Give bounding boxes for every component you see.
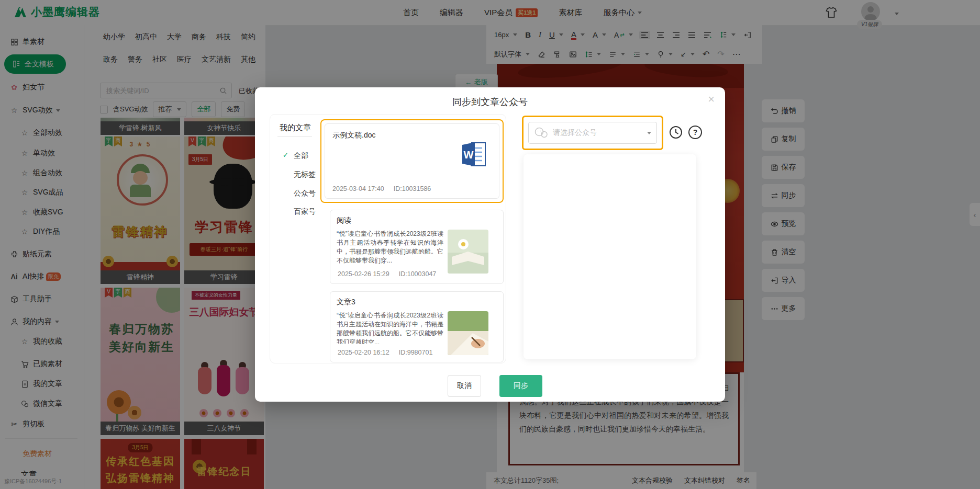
svg-text:W: W	[464, 149, 474, 161]
article-title: 阅读	[337, 216, 497, 225]
article-id: ID:10003047	[399, 270, 437, 278]
account-select-dropdown[interactable]: 请选择公众号	[528, 122, 657, 144]
tab-untagged[interactable]: 无标签	[294, 170, 316, 179]
close-icon[interactable]: ×	[708, 93, 715, 106]
cancel-button[interactable]: 取消	[448, 375, 481, 397]
article-picker-panel: 我的文章 ✓ 全部 无标签 公众号 百家号 示例文稿.doc W 2025-03…	[270, 114, 506, 363]
article-item[interactable]: 文章3 “悦”读启童心书香润成长2023级2班读书月主题活动在知识的海洋中，书籍…	[330, 291, 504, 362]
article-item[interactable]: 阅读 “悦”读启童心书香润成长2023级2班读书月主题活动春季转学在知识的海洋中…	[330, 210, 504, 284]
article-date: 2025-03-04 17:40	[332, 185, 384, 192]
article-item-selected[interactable]: 示例文稿.doc W 2025-03-04 17:40 ID:10031586	[320, 119, 504, 203]
sync-confirm-button[interactable]: 同步	[499, 375, 542, 397]
article-excerpt: “悦”读启童心书香润成长2023级2班读书月主题活动春季转学在知识的海洋中，书籍…	[337, 230, 443, 265]
article-title: 文章3	[337, 298, 497, 307]
help-icon[interactable]: ?	[688, 126, 702, 139]
check-icon: ✓	[283, 151, 288, 159]
account-select-highlight: 请选择公众号	[522, 116, 663, 150]
article-date: 2025-02-26 15:29	[338, 270, 389, 278]
tab-official-account[interactable]: 公众号	[294, 189, 316, 198]
account-result-panel	[524, 154, 696, 359]
article-date: 2025-02-20 16:12	[338, 349, 389, 356]
article-excerpt: “悦”读启童心书香润成长2023级2班读书月主题活动在知识的海洋中，书籍是那艘带…	[337, 311, 443, 344]
my-articles-heading: 我的文章	[280, 123, 311, 133]
article-thumbnail	[448, 311, 488, 355]
sync-modal: 同步到文章公众号 × 我的文章 ✓ 全部 无标签 公众号 百家号 示例文稿.do…	[255, 87, 725, 402]
article-id: ID:10031586	[394, 185, 431, 192]
wechat-icon	[534, 127, 549, 139]
tab-all[interactable]: 全部	[294, 151, 308, 161]
article-thumbnail	[448, 230, 488, 274]
word-doc-icon: W	[459, 140, 488, 169]
chevron-down-icon	[647, 132, 651, 134]
modal-title: 同步到文章公众号	[255, 96, 725, 108]
account-placeholder: 请选择公众号	[553, 128, 597, 138]
article-title: 示例文稿.doc	[332, 131, 492, 140]
app-root: 小墨鹰编辑器 首页 编辑器 VIP会员 买1送1 素材库 服务中心 V1银牌 单…	[0, 0, 980, 489]
article-id: ID:9980701	[399, 349, 433, 356]
history-clock-icon[interactable]	[669, 126, 683, 139]
tab-baijia[interactable]: 百家号	[294, 207, 316, 217]
